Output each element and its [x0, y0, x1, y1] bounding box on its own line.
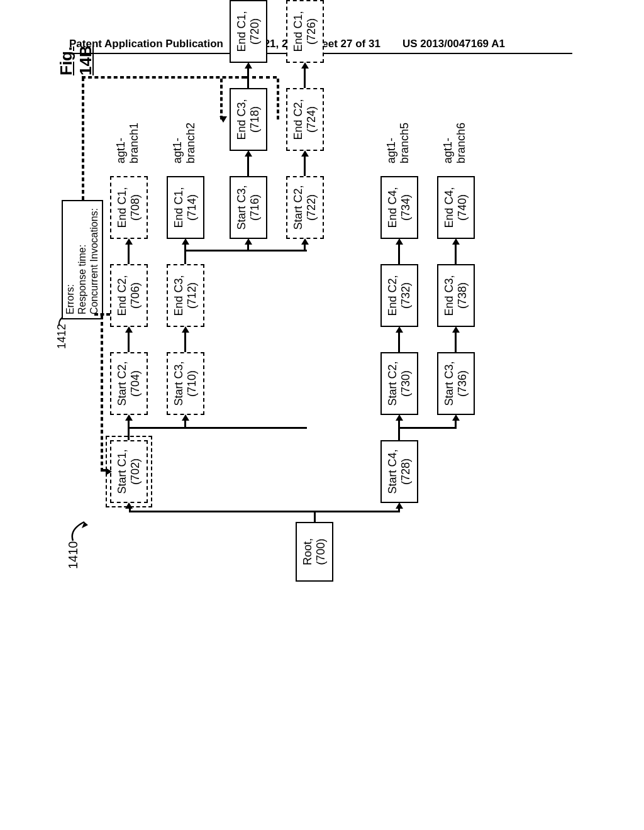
- node-root: Root, (700): [296, 522, 333, 582]
- callout-line: [101, 316, 103, 472]
- figure-id-arrow: [69, 517, 94, 542]
- label-branch1: agt1-branch1: [114, 113, 141, 163]
- arrow-icon: [125, 414, 133, 421]
- arrow-icon: [245, 150, 252, 157]
- node-702-highlight: [106, 436, 152, 507]
- arrow-icon: [396, 326, 403, 333]
- edge: [128, 242, 130, 264]
- node-736: Start C3, (736): [437, 352, 475, 415]
- node-710: Start C3, (710): [167, 352, 204, 415]
- node-704: Start C2, (704): [110, 352, 148, 415]
- label-branch5: agt1-branch5: [385, 113, 411, 163]
- node-716: Start C3, (716): [230, 176, 267, 239]
- edge: [398, 418, 400, 440]
- edge: [129, 511, 399, 513]
- arrow-icon: [452, 238, 460, 245]
- arrow-icon: [396, 502, 403, 509]
- node-706: End C2, (706): [110, 264, 148, 327]
- arrow-icon: [396, 414, 403, 421]
- header-right-text: US 2013/0047169 A1: [402, 38, 505, 50]
- arrow-icon: [125, 238, 133, 245]
- node-root-l2: (700): [314, 538, 328, 565]
- page: Patent Application Publication Feb. 21, …: [0, 0, 644, 830]
- edge: [128, 330, 130, 352]
- edge: [398, 330, 400, 352]
- node-732: End C2, (732): [380, 264, 418, 327]
- callout-line: [277, 79, 279, 119]
- figure-diagram: Fig. 14B 1410 Root, (700) Start C1, (702…: [75, 94, 644, 597]
- arrow-icon: [219, 116, 227, 123]
- edge: [304, 154, 306, 176]
- arrow-icon: [125, 326, 133, 333]
- header-right: US 2013/0047169 A1: [402, 38, 505, 50]
- node-726: End C1, (726): [286, 0, 324, 63]
- label-branch2: agt1-branch2: [171, 113, 197, 163]
- arrow-icon: [245, 238, 252, 245]
- arrow-icon: [182, 326, 189, 333]
- callout-line: [220, 79, 223, 119]
- label-branch6-text: agt1-branch6: [441, 113, 468, 163]
- node-730: Start C2, (730): [380, 352, 418, 415]
- label-branch1-text: agt1-branch1: [114, 113, 141, 163]
- figure-id-label: 1410: [66, 541, 80, 570]
- metricbox-line2: Response time:: [76, 205, 88, 314]
- node-718: End C3, (718): [230, 88, 267, 151]
- node-734: End C4, (734): [380, 176, 418, 239]
- figure-title: Fig. 14B: [57, 45, 96, 75]
- node-root-l1: Root,: [301, 538, 314, 565]
- arrow-icon: [452, 326, 460, 333]
- node-712: End C3, (712): [167, 264, 204, 327]
- arrow-icon: [182, 414, 189, 421]
- node-708: End C1, (708): [110, 176, 148, 239]
- arrow-icon: [245, 62, 252, 69]
- edge: [247, 154, 249, 176]
- metricbox-line3: Concurrent Invocations:: [88, 205, 100, 314]
- metricbox: Errors: Response time: Concurrent Invoca…: [62, 200, 103, 319]
- edge: [455, 330, 457, 352]
- node-740: End C4, (740): [437, 176, 475, 239]
- node-738: End C3, (738): [437, 264, 475, 327]
- label-branch6: agt1-branch6: [441, 113, 468, 163]
- node-728: Start C4, (728): [380, 440, 418, 503]
- edge: [184, 330, 186, 352]
- edge: [184, 252, 186, 264]
- arrow-icon: [301, 62, 309, 69]
- node-720: End C1, (720): [230, 0, 267, 63]
- edge: [128, 428, 307, 429]
- label-branch5-text: agt1-branch5: [385, 113, 411, 163]
- arrow-icon: [396, 238, 403, 245]
- callout-line: [245, 76, 277, 79]
- arrow-icon: [452, 414, 460, 421]
- label-branch2-text: agt1-branch2: [171, 113, 197, 163]
- edge: [314, 512, 316, 522]
- node-722: Start C2, (722): [286, 176, 324, 239]
- metricbox-line1: Errors:: [64, 205, 76, 314]
- node-724: End C2, (724): [286, 88, 324, 151]
- node-714: End C1, (714): [167, 176, 204, 239]
- callout-line: [82, 77, 84, 200]
- arrow-icon: [301, 238, 309, 245]
- edge: [398, 242, 400, 264]
- edge: [398, 428, 457, 429]
- metricbox-id-label: 1412: [55, 324, 69, 349]
- arrow-icon: [301, 150, 309, 157]
- edge: [304, 66, 306, 88]
- arrow-icon: [182, 238, 189, 245]
- edge: [455, 242, 457, 264]
- edge: [184, 250, 307, 252]
